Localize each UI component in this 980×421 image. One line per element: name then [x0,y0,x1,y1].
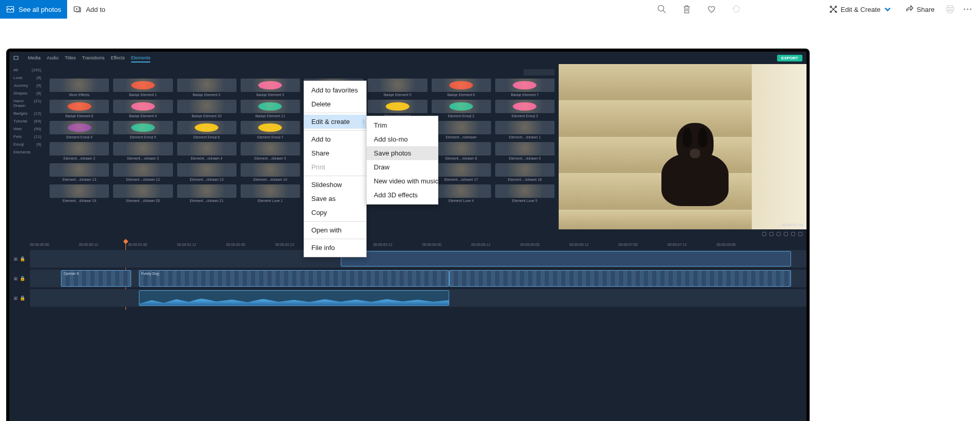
favorite-icon[interactable] [706,4,717,14]
toolbar-left: See all photos Add to [0,0,112,19]
zoom-icon[interactable] [657,4,667,14]
rotate-icon [731,4,741,14]
add-to-icon [73,5,82,13]
svg-point-12 [970,9,972,10]
see-all-photos-button[interactable]: See all photos [0,0,67,19]
add-to-button[interactable]: Add to [67,0,112,19]
svg-point-2 [658,6,663,11]
add-to-label: Add to [86,6,105,13]
app-toolbar: See all photos Add to Edit & Create Shar… [0,0,980,19]
svg-point-10 [964,9,966,10]
toolbar-center [652,0,747,19]
svg-rect-9 [948,10,952,13]
share-icon [905,5,913,13]
edit-create-icon [829,5,837,13]
svg-point-11 [967,9,969,10]
see-all-photos-label: See all photos [19,6,61,13]
chevron-down-icon [883,5,892,13]
svg-rect-8 [946,8,954,11]
edit-create-label: Edit & Create [841,6,880,13]
photos-icon [6,5,14,13]
share-button[interactable]: Share [902,0,938,19]
share-label: Share [916,6,935,13]
toolbar-right: Edit & Create Share [819,0,980,19]
more-icon[interactable] [962,4,973,14]
print-icon [945,4,955,14]
edit-create-button[interactable]: Edit & Create [826,0,895,19]
delete-icon[interactable] [682,4,692,14]
